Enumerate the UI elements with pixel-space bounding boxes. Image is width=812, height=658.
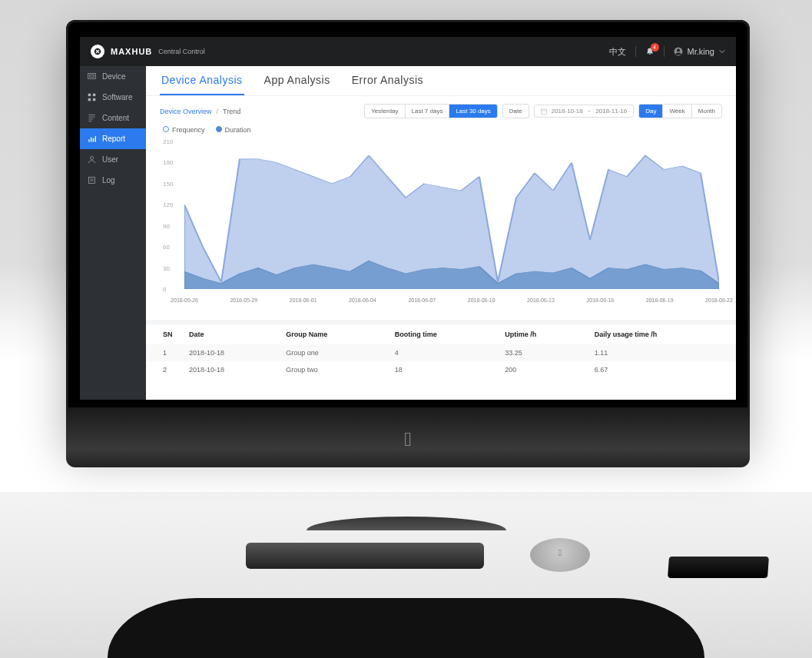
table-cell: 4 [387,344,497,361]
table-cell: 33.25 [497,344,587,361]
date-label-text: Date [509,108,522,115]
table-header-cell: Date [181,324,278,344]
legend-frequency[interactable]: Frequency [163,126,205,134]
ytick: 210 [163,138,173,145]
table-header-cell: SN [146,324,181,344]
main-panel: Device Analysis App Analysis Error Analy… [146,66,736,400]
user-name: Mr.king [688,47,714,56]
table-cell: Group two [278,361,387,378]
breadcrumb-root[interactable]: Device Overview [160,108,212,115]
mouse-prop [530,538,590,572]
date-tilde: ~ [588,108,592,115]
chart-legend: Frequency Duration [146,126,736,137]
brand-name: MAXHUB [111,47,152,56]
preset-yesterday[interactable]: Yesterday [365,105,405,118]
tab-device-analysis[interactable]: Device Analysis [160,74,244,95]
user-icon [88,155,96,164]
svg-rect-6 [93,94,95,96]
grid-icon [88,93,96,101]
xtick: 2018-06-13 [527,297,555,303]
gran-day[interactable]: Day [639,105,663,118]
monitor-chin [66,407,750,467]
user-menu[interactable]: Mr.king [674,47,725,56]
lang-toggle[interactable]: 中文 [609,46,626,58]
phone-prop [668,557,769,578]
table-cell: 6.67 [587,361,736,378]
xtick: 2018-06-10 [468,297,495,303]
sidebar-item-label: User [102,155,118,164]
topbar-divider [635,46,636,57]
chevron-down-icon [719,48,725,55]
gran-week[interactable]: Week [663,105,691,118]
xtick: 2018-05-26 [171,297,198,303]
sidebar-item-report[interactable]: Report [80,128,146,149]
sidebar-item-device[interactable]: Device [80,66,146,87]
table-row[interactable]: 12018-10-18Group one433.251.11 [146,344,736,361]
toolbar: Device Overview / Trend Yesterday Last 7… [146,96,736,126]
sidebar-item-label: Software [102,93,132,101]
date-to: 2018-11-16 [595,108,627,115]
breadcrumb-sep: / [217,108,219,115]
table-row[interactable]: 22018-10-18Group two182006.67 [146,361,736,378]
svg-rect-15 [541,109,546,115]
preset-last30[interactable]: Last 30 days [449,105,496,118]
brand-subtitle: Central Control [158,48,205,55]
date-range-picker[interactable]: 2018-10-18 ~ 2018-11-16 [534,105,635,118]
svg-rect-5 [88,94,91,96]
svg-rect-12 [95,136,96,142]
legend-freq-label: Frequency [172,126,205,134]
svg-rect-11 [93,138,94,142]
ytick: 30 [163,264,170,271]
xtick: 2018-06-16 [586,297,614,303]
granularity-segment: Day Week Month [638,104,722,118]
user-avatar-icon [674,47,683,56]
table-header-cell: Group Name [278,324,387,344]
xtick: 2018-05-29 [230,297,257,303]
gran-month[interactable]: Month [692,105,721,118]
topbar-divider [664,46,665,57]
svg-point-13 [90,156,93,159]
content-icon [88,114,96,122]
date-label: Date [502,104,529,118]
table-cell: 2 [146,361,181,378]
svg-rect-3 [88,73,96,78]
svg-rect-9 [88,139,89,141]
notification-badge: 4 [651,43,659,52]
svg-rect-10 [91,137,91,141]
chair-silhouette [108,598,704,658]
sidebar-item-content[interactable]: Content [80,108,146,128]
sidebar-item-log[interactable]: Log [80,170,146,191]
time-preset-segment: Yesterday Last 7 days Last 30 days [364,104,498,118]
brand-logo-icon [91,45,104,58]
log-icon [88,176,96,184]
preset-last7[interactable]: Last 7 days [406,105,450,118]
keyboard-prop [246,543,484,569]
sidebar-item-software[interactable]: Software [80,87,146,108]
ytick: 0 [163,286,166,293]
chart-bar-icon [88,135,96,143]
notification-bell[interactable]: 4 [645,46,655,57]
table-header-cell: Uptime /h [497,324,587,344]
table-cell: 2018-10-18 [181,344,278,361]
device-icon [88,72,96,81]
legend-duration[interactable]: Duration [216,126,251,134]
ytick: 60 [163,244,170,251]
svg-rect-14 [88,177,94,183]
xtick: 2018-06-04 [349,297,376,303]
date-from: 2018-10-18 [552,108,583,115]
table-cell: 2018-10-18 [181,361,278,378]
tab-error-analysis[interactable]: Error Analysis [350,74,425,95]
sidebar: Device Software Content Report [80,66,146,400]
breadcrumb: Device Overview / Trend [160,108,240,115]
trend-table: SNDateGroup NameBooting timeUptime /hDai… [146,320,736,378]
table-header-cell: Daily usage time /h [587,324,736,344]
table-cell: Group one [278,344,387,361]
sidebar-item-user[interactable]: User [80,149,146,170]
tab-app-analysis[interactable]: App Analysis [263,74,332,95]
sidebar-item-label: Device [102,72,126,81]
legend-dur-label: Duration [225,126,251,134]
table-cell: 1 [146,344,181,361]
ytick: 150 [163,180,173,187]
trend-chart: 03060901201501802102018-05-262018-05-292… [146,137,736,312]
sidebar-item-label: Content [102,114,129,122]
